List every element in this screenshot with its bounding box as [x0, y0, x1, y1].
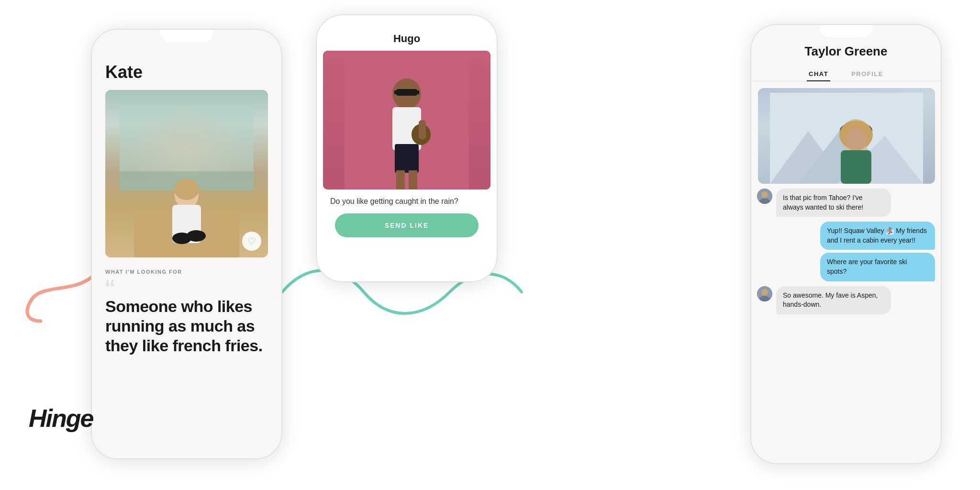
chat-message-1: Is that pic from Tahoe? I've always want…: [757, 189, 935, 217]
send-like-button[interactable]: SEND LIKE: [335, 213, 479, 237]
chat-message-4: So awesome. My fave is Aspen, hands-down…: [757, 286, 935, 314]
svg-rect-14: [395, 144, 419, 173]
svg-rect-12: [416, 90, 419, 94]
svg-rect-15: [396, 170, 405, 189]
phone-kate-content: Kate ♡ WHAT I'M LO: [91, 48, 282, 355]
svg-point-6: [187, 230, 206, 242]
kate-section-label: WHAT I'M LOOKING FOR: [105, 269, 268, 275]
heart-icon: ♡: [247, 235, 256, 247]
chat-bubble-right-3: Where are your favorite ski spots?: [820, 253, 935, 281]
svg-point-31: [761, 191, 768, 198]
svg-point-28: [846, 128, 867, 151]
hinge-logo: Hinge: [29, 404, 93, 433]
chat-avatar-hugo: [757, 189, 772, 204]
chat-bubble-left-4: So awesome. My fave is Aspen, hands-down…: [776, 286, 891, 314]
hugo-question: Do you like getting caught in the rain?: [316, 189, 498, 206]
hugo-person-figure: [345, 60, 469, 189]
message-text-1: Is that pic from Tahoe? I've always want…: [783, 194, 863, 211]
chat-avatar-hugo-2: [757, 286, 772, 301]
svg-rect-16: [409, 170, 417, 189]
kate-photo: ♡: [105, 90, 268, 257]
svg-point-7: [174, 179, 199, 200]
kate-person-figure: [120, 104, 254, 257]
chat-right-group: Yup!! Squaw Valley 🏂 My friends and I re…: [757, 222, 935, 281]
phone-notch-taylor: [820, 24, 872, 37]
svg-rect-29: [841, 150, 871, 184]
phone-notch-kate: [160, 29, 213, 42]
taylor-person-figure: [770, 93, 923, 184]
heart-button[interactable]: ♡: [242, 232, 261, 251]
svg-point-34: [761, 289, 768, 296]
kate-quote-text: Someone who likes running as much as the…: [105, 297, 268, 355]
message-text-3: Where are your favorite ski spots?: [827, 258, 907, 275]
svg-rect-18: [419, 120, 426, 139]
taylor-tabs: CHAT PROFILE: [750, 64, 942, 81]
logo-text: Hinge: [29, 404, 93, 432]
svg-rect-10: [396, 89, 417, 96]
phone-taylor: Taylor Greene CHAT PROFILE: [750, 24, 942, 464]
chat-bubble-left-1: Is that pic from Tahoe? I've always want…: [776, 189, 891, 217]
taylor-photo: [758, 88, 935, 184]
svg-rect-11: [394, 90, 397, 94]
message-text-2: Yup!! Squaw Valley 🏂 My friends and I re…: [827, 227, 927, 244]
message-text-4: So awesome. My fave is Aspen, hands-down…: [783, 291, 878, 309]
kate-name: Kate: [105, 62, 268, 82]
tab-chat[interactable]: CHAT: [807, 67, 830, 81]
hugo-photo: [323, 51, 490, 189]
taylor-chat-area: Is that pic from Tahoe? I've always want…: [750, 81, 942, 314]
tab-profile[interactable]: PROFILE: [849, 67, 885, 81]
phone-kate: Kate ♡ WHAT I'M LO: [91, 29, 282, 459]
phone-notch-hugo: [380, 14, 433, 28]
phone-hugo: Hugo Do you like getting caught in the r…: [316, 14, 498, 282]
chat-bubble-right-2: Yup!! Squaw Valley 🏂 My friends and I re…: [820, 222, 935, 250]
